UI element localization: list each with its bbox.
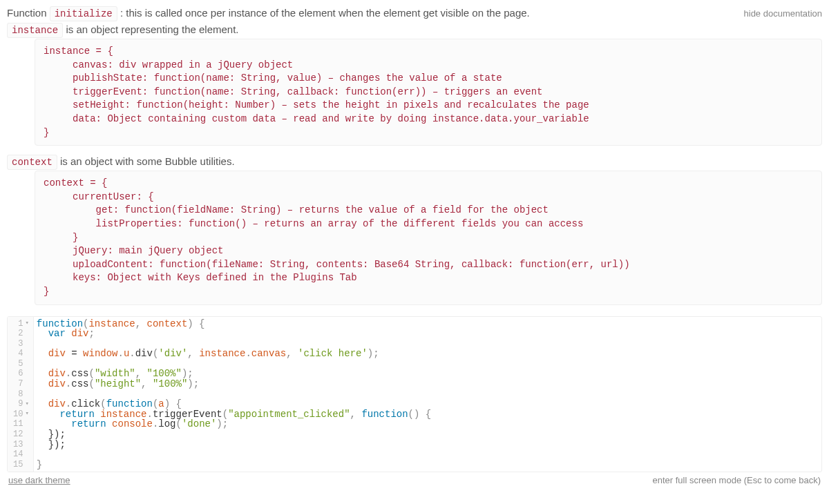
editor-gutter: 1▾2 3 4 5 6 7 8 9▾10▾11 12 13 14 15 xyxy=(8,317,34,472)
instance-badge: instance xyxy=(7,23,63,38)
gutter-line: 10▾ xyxy=(13,409,29,420)
gutter-line: 9▾ xyxy=(13,399,29,409)
gutter-line: 4 xyxy=(13,349,29,359)
code-line[interactable]: }); xyxy=(37,440,817,450)
gutter-line: 2 xyxy=(13,329,29,339)
code-line[interactable]: return instance.triggerEvent("appointmen… xyxy=(37,409,817,420)
editor-code-area[interactable]: function(instance, context) { var div; d… xyxy=(34,317,821,472)
code-line[interactable]: function(instance, context) { xyxy=(37,319,817,329)
hide-documentation-link[interactable]: hide documentation xyxy=(744,8,822,19)
gutter-line: 8 xyxy=(13,389,29,400)
context-badge: context xyxy=(7,155,57,170)
code-line[interactable]: div = window.u.div('div', instance.canva… xyxy=(37,349,817,359)
instance-description: instance is an object representing the e… xyxy=(7,23,822,36)
gutter-line: 13 xyxy=(13,440,29,450)
gutter-line: 12 xyxy=(13,429,29,440)
code-line[interactable]: }); xyxy=(37,429,817,440)
code-line[interactable]: return console.log('done'); xyxy=(37,419,817,429)
use-dark-theme-link[interactable]: use dark theme xyxy=(8,475,70,485)
instance-code-block: instance = { canvas: div wrapped in a jQ… xyxy=(35,39,822,146)
fullscreen-hint[interactable]: enter full screen mode (Esc to come back… xyxy=(653,475,821,485)
code-line[interactable]: div.click(function(a) { xyxy=(37,399,817,409)
gutter-line: 14 xyxy=(13,449,29,460)
code-line[interactable] xyxy=(37,389,817,400)
function-description: Function initialize : this is called onc… xyxy=(7,7,530,19)
code-line[interactable]: } xyxy=(37,460,817,470)
code-editor[interactable]: 1▾2 3 4 5 6 7 8 9▾10▾11 12 13 14 15 func… xyxy=(7,316,822,473)
fold-arrow-icon[interactable]: ▾ xyxy=(25,411,28,417)
code-line[interactable]: var div; xyxy=(37,329,817,339)
gutter-line: 15 xyxy=(13,460,29,470)
gutter-line: 5 xyxy=(13,359,29,369)
gutter-line: 3 xyxy=(13,339,29,349)
code-line[interactable] xyxy=(37,359,817,369)
code-line[interactable]: div.css("height", "100%"); xyxy=(37,379,817,389)
fold-arrow-icon[interactable]: ▾ xyxy=(25,401,28,407)
gutter-line: 7 xyxy=(13,379,29,389)
gutter-line: 11 xyxy=(13,419,29,429)
function-name-badge: initialize xyxy=(50,6,117,21)
code-line[interactable]: div.css("width", "100%"); xyxy=(37,369,817,379)
fold-arrow-icon[interactable]: ▾ xyxy=(25,320,28,327)
context-description: context is an object with some Bubble ut… xyxy=(7,155,822,168)
code-line[interactable] xyxy=(37,449,817,460)
code-line[interactable] xyxy=(37,339,817,349)
gutter-line: 1▾ xyxy=(13,319,29,329)
context-code-block: context = { currentUser: { get: function… xyxy=(35,171,822,304)
gutter-line: 6 xyxy=(13,369,29,379)
